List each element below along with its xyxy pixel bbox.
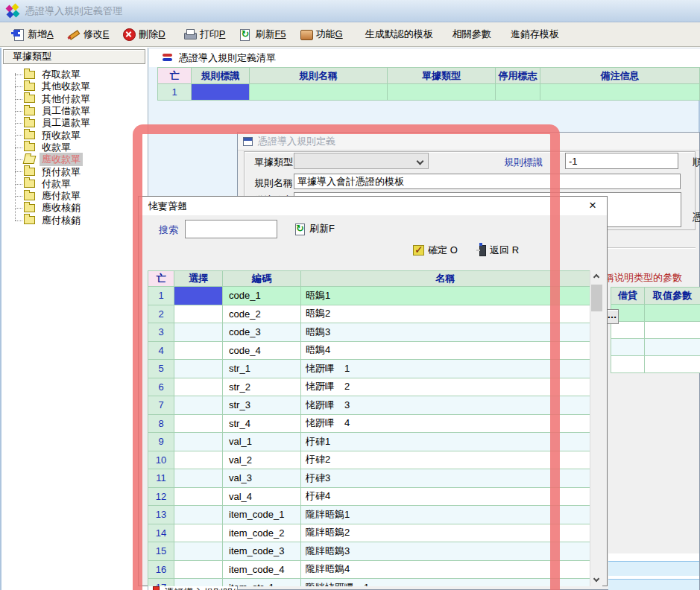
- select-cell[interactable]: [174, 469, 223, 488]
- folder-icon: [24, 131, 35, 139]
- rule-name-field[interactable]: [294, 174, 681, 189]
- detail-icon: [153, 586, 160, 590]
- select-cell[interactable]: [174, 378, 223, 397]
- dialog-icon: [243, 137, 253, 146]
- print-button[interactable]: 打印P: [177, 25, 233, 43]
- close-icon[interactable]: ×: [584, 197, 601, 214]
- inventory-template-button[interactable]: 進銷存模板: [504, 25, 566, 43]
- sidebar-item[interactable]: 預付款單: [1, 165, 148, 177]
- value-column-header[interactable]: 取值參數: [645, 288, 700, 305]
- table-row[interactable]: 6 str_2 恅趼嗶 2: [148, 378, 590, 397]
- table-row[interactable]: [611, 322, 700, 339]
- popup-title: 恅寠萅翹: [148, 200, 187, 213]
- select-cell[interactable]: [174, 542, 223, 561]
- scrollbar-thumb[interactable]: [591, 285, 602, 311]
- select-cell[interactable]: [174, 323, 223, 342]
- select-cell[interactable]: [174, 561, 223, 580]
- table-row[interactable]: [611, 356, 700, 373]
- select-cell[interactable]: [174, 305, 223, 324]
- table-row[interactable]: 4 code_4 晤鵭4: [148, 342, 590, 361]
- sidebar-item[interactable]: 其他付款單: [1, 93, 148, 105]
- table-row[interactable]: 10 val_2 杅硉2: [148, 451, 590, 470]
- table-row[interactable]: 2 code_2 晤鵭2: [148, 305, 590, 324]
- function-icon: [300, 28, 312, 40]
- folder-icon: [24, 83, 35, 91]
- table-row[interactable]: 9 val_1 杅硉1: [148, 433, 590, 451]
- return-button[interactable]: 返回 R: [479, 244, 519, 257]
- function-button[interactable]: 功能G: [293, 25, 350, 43]
- select-cell[interactable]: [174, 506, 223, 524]
- table-row[interactable]: 14 item_code_2 隴牉晤鵭2: [148, 524, 590, 543]
- sidebar-item[interactable]: 應收核銷: [1, 202, 148, 214]
- table-row[interactable]: [611, 339, 700, 356]
- sidebar-item[interactable]: 預收款單: [1, 129, 148, 141]
- sidebar-item[interactable]: 收款單: [1, 142, 148, 153]
- scrollbar[interactable]: [590, 270, 602, 586]
- folder-icon: [24, 143, 35, 151]
- generate-template-button[interactable]: 生成默認的模板: [359, 25, 440, 43]
- sidebar-item[interactable]: 員工還款單: [1, 117, 148, 129]
- folder-icon: [24, 119, 35, 127]
- scroll-down-icon[interactable]: [590, 574, 603, 586]
- delete-button[interactable]: 刪除D: [116, 25, 171, 43]
- table-row[interactable]: [611, 305, 700, 322]
- select-cell[interactable]: [174, 488, 223, 507]
- exit-door-icon: [479, 245, 486, 256]
- folder-icon: [24, 192, 35, 200]
- scroll-up-icon[interactable]: [590, 270, 603, 283]
- select-cell[interactable]: [174, 524, 223, 543]
- edit-button[interactable]: 修改E: [60, 25, 116, 43]
- refresh-button[interactable]: ↻ 刷新F5: [232, 25, 292, 43]
- title-bar: 憑證導入規則定義管理: [0, 0, 700, 22]
- chevron-down-icon: [417, 158, 424, 165]
- table-row[interactable]: 11 val_3 杅硉3: [148, 469, 590, 488]
- folder-icon: [24, 204, 35, 212]
- doc-type-combobox[interactable]: [294, 153, 429, 169]
- sidebar-item[interactable]: 其他收款單: [1, 80, 148, 92]
- table-row[interactable]: 15 item_code_3 隴牉晤鵭3: [148, 542, 590, 561]
- print-icon: [183, 28, 196, 40]
- rule-id-field[interactable]: [565, 153, 678, 169]
- select-cell[interactable]: [174, 451, 223, 470]
- sidebar-item[interactable]: 員工借款單: [1, 105, 148, 117]
- list-title: 憑證導入規則定義清單: [179, 51, 276, 65]
- window-title: 憑證導入規則定義管理: [25, 4, 122, 18]
- toolbar: 新增A 修改E 刪除D 打印P ↻ 刷新F5 功能G 生成默認的模板 相關參數: [0, 22, 700, 47]
- table-row[interactable]: 8 str_4 恅趼嗶 4: [148, 415, 590, 434]
- selector-popup: 恅寠萅翹 × 搜索 ↻ 刷新F 確定 O 返回 R 亡 選擇 編碼 名稱: [138, 196, 608, 586]
- debit-column-header[interactable]: 借貸: [611, 288, 645, 305]
- selected-cell[interactable]: [192, 84, 250, 101]
- table-row[interactable]: 1: [158, 84, 700, 101]
- table-row[interactable]: 5 str_1 恅趼嗶 1: [148, 360, 590, 378]
- sidebar-item[interactable]: 存取款單: [1, 69, 148, 80]
- table-row[interactable]: 12 val_4 杅硉4: [148, 488, 590, 507]
- table-row[interactable]: 1 code_1 晤鵭1: [148, 287, 590, 305]
- sidebar-item[interactable]: 應收款單: [1, 153, 148, 165]
- select-cell[interactable]: [174, 360, 223, 378]
- lower-grid-area: [608, 553, 699, 589]
- list-section-header: 憑證導入規則定義清單: [149, 48, 700, 67]
- new-button[interactable]: 新增A: [4, 25, 60, 43]
- sidebar-item[interactable]: 應付款單: [1, 190, 148, 202]
- table-row[interactable]: 16 item_code_4 隴牉晤鵭4: [148, 561, 590, 580]
- folder-icon: [24, 107, 35, 115]
- ok-button[interactable]: 確定 O: [413, 244, 458, 257]
- select-cell[interactable]: [174, 415, 223, 434]
- params-caption: 稱说明类型的參數: [605, 271, 700, 285]
- table-row[interactable]: 13 item_code_1 隴牉晤鵭1: [148, 506, 590, 524]
- popup-refresh-button[interactable]: ↻ 刷新F: [294, 222, 335, 235]
- related-params-button[interactable]: 相關參數: [446, 25, 498, 43]
- sidebar-item[interactable]: 應付核銷: [1, 215, 148, 226]
- sidebar-item[interactable]: 付款單: [1, 178, 148, 190]
- search-input[interactable]: [185, 220, 277, 238]
- select-cell[interactable]: [174, 287, 223, 305]
- dialog-title: 憑證導入規則定義: [258, 135, 335, 148]
- select-cell[interactable]: [174, 579, 223, 586]
- select-cell[interactable]: [174, 342, 223, 361]
- table-row[interactable]: 17 item_str_1 隴牉恅趼嗶 1: [148, 579, 590, 586]
- select-cell[interactable]: [174, 396, 223, 415]
- delete-icon: [122, 28, 135, 40]
- select-cell[interactable]: [174, 433, 223, 451]
- table-row[interactable]: 3 code_3 晤鵭3: [148, 323, 590, 342]
- table-row[interactable]: 7 str_3 恅趼嗶 3: [148, 396, 590, 415]
